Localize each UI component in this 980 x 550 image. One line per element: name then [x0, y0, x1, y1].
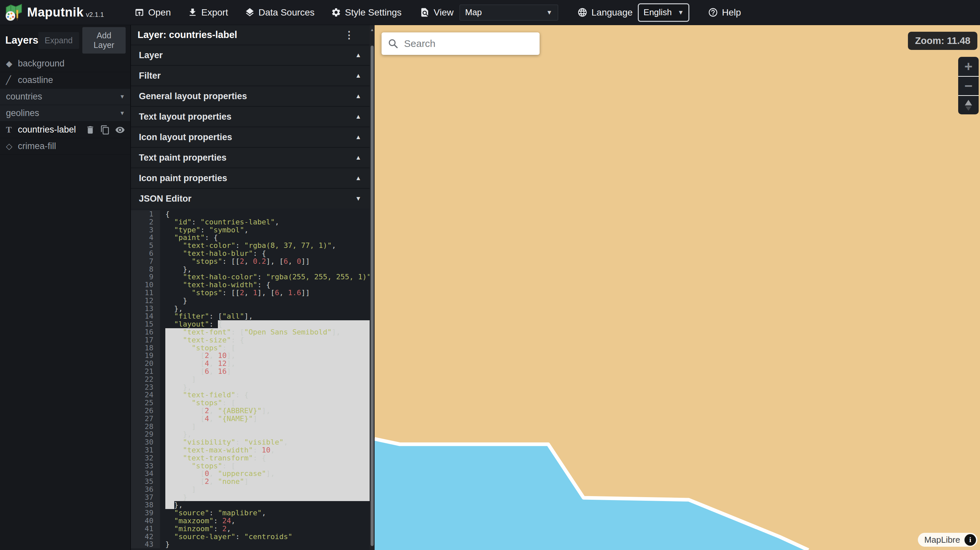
layer-row-countries-label[interactable]: Tcountries-label	[0, 122, 130, 138]
app-title: Maputnik	[27, 5, 84, 19]
map-canvas[interactable]	[375, 25, 980, 550]
code-line-27[interactable]: 27 [4, "{NAME}"]	[131, 415, 375, 423]
map-view[interactable]: Zoom: 11.48 + − MapLibre i	[375, 25, 980, 550]
section-label: Layer	[139, 50, 163, 60]
line-number: 1	[131, 210, 160, 218]
layer-editor-title: Layer: countries-label	[138, 29, 237, 40]
zoom-out-button[interactable]: −	[958, 76, 979, 95]
section-filter[interactable]: Filter▲	[131, 65, 375, 86]
line-number: 29	[131, 430, 160, 438]
section-json-editor[interactable]: JSON Editor▼	[131, 188, 375, 208]
section-text-layout-properties[interactable]: Text layout properties▲	[131, 106, 375, 127]
code-line-38[interactable]: 38 },	[131, 501, 375, 509]
code-line-16[interactable]: 16 "text-font": ["Open Sans Semibold"],	[131, 328, 375, 336]
code-line-41[interactable]: 41 "minzoom": 2,	[131, 525, 375, 533]
language-select[interactable]: English ▼	[638, 3, 689, 22]
compass-button[interactable]	[958, 95, 979, 114]
code-line-31[interactable]: 31 "text-max-width": 10,	[131, 446, 375, 454]
code-line-34[interactable]: 34 [0, "uppercase"],	[131, 470, 375, 478]
code-line-7[interactable]: 7 "stops": [[2, 0.2], [6, 0]]	[131, 258, 375, 265]
layer-label: countries	[6, 92, 42, 102]
visibility-icon[interactable]	[115, 125, 125, 135]
code-line-11[interactable]: 11 "stops": [[2, 1], [6, 1.6]]	[131, 289, 375, 297]
kebab-menu-icon[interactable]: ⋮	[344, 30, 354, 40]
code-line-28[interactable]: 28 ]	[131, 423, 375, 431]
layer-label: background	[18, 59, 64, 69]
code-line-20[interactable]: 20 [4, 12],	[131, 359, 375, 367]
line-code: [0, "uppercase"],	[160, 470, 375, 478]
code-line-35[interactable]: 35 [2, "none"]	[131, 478, 375, 486]
code-line-14[interactable]: 14 "filter": ["all"],	[131, 312, 375, 320]
layer-row-crimea-fill[interactable]: ◇crimea-fill	[0, 138, 130, 155]
add-layer-button[interactable]: Add Layer	[82, 27, 126, 54]
data-sources-button[interactable]: Data Sources	[245, 7, 315, 18]
section-text-paint-properties[interactable]: Text paint properties▲	[131, 147, 375, 168]
export-button[interactable]: Export	[188, 7, 228, 18]
search-input[interactable]	[404, 38, 534, 49]
open-button[interactable]: Open	[134, 7, 171, 18]
line-number: 21	[131, 367, 160, 375]
line-number: 12	[131, 297, 160, 305]
layer-row-background[interactable]: ◆background	[0, 56, 130, 72]
line-number: 10	[131, 281, 160, 289]
code-line-8[interactable]: 8 },	[131, 265, 375, 273]
line-code: ]	[160, 375, 375, 383]
layer-group-countries[interactable]: countries▼	[0, 89, 130, 105]
code-line-25[interactable]: 25 "stops": [	[131, 399, 375, 407]
delete-icon[interactable]	[85, 125, 95, 135]
layer-group-geolines[interactable]: geolines▼	[0, 105, 130, 122]
code-line-5[interactable]: 5 "text-color": "rgba(8, 37, 77, 1)",	[131, 242, 375, 250]
line-number: 39	[131, 509, 160, 517]
code-line-6[interactable]: 6 "text-halo-blur": {	[131, 250, 375, 258]
code-line-22[interactable]: 22 ]	[131, 375, 375, 383]
chevron-down-icon[interactable]: ▼	[119, 94, 125, 100]
code-line-40[interactable]: 40 "maxzoom": 24,	[131, 517, 375, 525]
code-line-30[interactable]: 30 "visibility": "visible",	[131, 438, 375, 446]
code-line-10[interactable]: 10 "text-halo-width": {	[131, 281, 375, 289]
code-line-4[interactable]: 4 "paint": {	[131, 234, 375, 242]
code-line-17[interactable]: 17 "text-size": {	[131, 336, 375, 344]
code-line-24[interactable]: 24 "text-field": {	[131, 391, 375, 399]
code-line-3[interactable]: 3 "type": "symbol",	[131, 226, 375, 234]
code-line-42[interactable]: 42 "source-layer": "centroids"	[131, 533, 375, 541]
code-line-39[interactable]: 39 "source": "maplibre",	[131, 509, 375, 517]
json-editor[interactable]: 1{2 "id": "countries-label",3 "type": "s…	[131, 208, 375, 550]
line-code: }	[160, 493, 375, 501]
info-icon[interactable]: i	[964, 534, 976, 546]
code-line-9[interactable]: 9 "text-halo-color": "rgba(255, 255, 255…	[131, 273, 375, 281]
code-line-21[interactable]: 21 [6, 16]	[131, 367, 375, 375]
code-line-37[interactable]: 37 }	[131, 493, 375, 501]
code-line-23[interactable]: 23 },	[131, 383, 375, 391]
code-line-43[interactable]: 43}	[131, 540, 375, 548]
scrollbar-up-arrow-icon[interactable]: ▲	[370, 27, 375, 32]
code-line-13[interactable]: 13 },	[131, 305, 375, 313]
zoom-in-button[interactable]: +	[958, 57, 979, 76]
section-general-layout-properties[interactable]: General layout properties▲	[131, 86, 375, 106]
code-line-33[interactable]: 33 "stops": [	[131, 462, 375, 470]
scrollbar-thumb[interactable]	[371, 46, 374, 546]
attribution-text: MapLibre	[924, 535, 960, 545]
code-line-32[interactable]: 32 "text-transform": {	[131, 454, 375, 462]
code-line-36[interactable]: 36 ]	[131, 486, 375, 493]
code-line-15[interactable]: 15 "layout": {	[131, 320, 375, 328]
section-icon-paint-properties[interactable]: Icon paint properties▲	[131, 168, 375, 188]
chevron-down-icon[interactable]: ▼	[119, 110, 125, 117]
section-label: Filter	[139, 71, 161, 81]
code-line-12[interactable]: 12 }	[131, 297, 375, 305]
style-settings-button[interactable]: Style Settings	[331, 7, 401, 18]
code-line-1[interactable]: 1{	[131, 210, 375, 218]
view-select[interactable]: Map ▼	[460, 5, 558, 21]
code-line-29[interactable]: 29 },	[131, 430, 375, 438]
code-line-19[interactable]: 19 [2, 10],	[131, 352, 375, 359]
panel-scrollbar[interactable]: ▲	[370, 25, 375, 550]
layer-row-coastline[interactable]: ╱coastline	[0, 72, 130, 89]
code-line-2[interactable]: 2 "id": "countries-label",	[131, 218, 375, 226]
section-icon-layout-properties[interactable]: Icon layout properties▲	[131, 127, 375, 147]
help-group[interactable]: Help	[708, 7, 741, 18]
duplicate-icon[interactable]	[100, 125, 110, 135]
code-line-26[interactable]: 26 [2, "{ABBREV}"],	[131, 407, 375, 415]
line-code: "type": "symbol",	[160, 226, 375, 234]
section-layer[interactable]: Layer▲	[131, 45, 375, 65]
expand-button[interactable]: Expand	[38, 32, 79, 49]
code-line-18[interactable]: 18 "stops": [	[131, 344, 375, 352]
